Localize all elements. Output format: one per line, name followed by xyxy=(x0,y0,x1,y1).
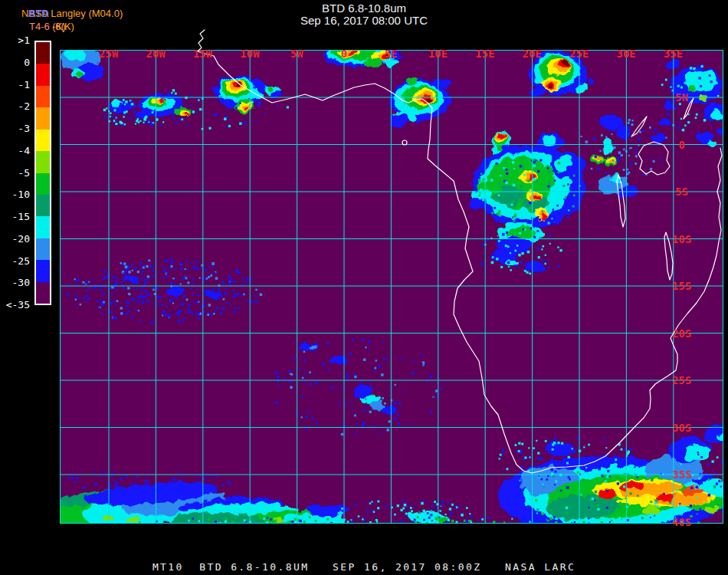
cloud-speckle xyxy=(566,202,569,205)
cloud-blob xyxy=(562,61,568,65)
cloud-speckle xyxy=(316,382,318,384)
cloud-speckle xyxy=(461,514,464,517)
cloud-speckle xyxy=(213,313,215,315)
cloud-speckle xyxy=(164,269,166,271)
cloud-speckle xyxy=(116,300,119,302)
cloud-speckle xyxy=(146,122,148,124)
cloud-speckle xyxy=(599,150,601,152)
cloud-speckle xyxy=(527,179,530,182)
cloud-speckle xyxy=(188,308,190,310)
cloud-speckle xyxy=(188,520,190,522)
cloud-speckle xyxy=(542,166,543,168)
cloud-speckle xyxy=(120,312,123,314)
cloud-speckle xyxy=(555,521,557,524)
cloud-speckle xyxy=(533,236,536,238)
cloud-speckle xyxy=(494,252,495,254)
cloud-speckle xyxy=(634,466,635,468)
cloud-speckle xyxy=(297,413,299,415)
cloud-speckle xyxy=(124,123,126,125)
cloud-speckle xyxy=(601,134,603,136)
cloud-speckle xyxy=(216,475,218,478)
cloud-speckle xyxy=(498,210,500,212)
cloud-speckle xyxy=(175,268,176,270)
cloud-speckle xyxy=(703,81,705,84)
cloud-speckle xyxy=(541,512,543,514)
cloud-speckle xyxy=(303,381,305,383)
cloud-speckle xyxy=(566,216,569,219)
colorbar-segment xyxy=(36,282,50,304)
colorbar-segment xyxy=(36,173,50,195)
cloud-speckle xyxy=(605,136,607,138)
cloud-speckle xyxy=(195,261,198,263)
cloud-speckle xyxy=(703,482,705,485)
cloud-speckle xyxy=(369,411,372,413)
cloud-speckle xyxy=(432,396,434,398)
cloud-blob xyxy=(364,58,384,67)
cloud-speckle xyxy=(630,448,632,450)
cloud-speckle xyxy=(149,469,150,471)
cloud-speckle xyxy=(290,386,292,389)
cloud-blob xyxy=(125,276,140,284)
cloud-speckle xyxy=(597,508,599,511)
cloud-speckle xyxy=(137,271,139,273)
colorbar-units-overlay: -6(K) xyxy=(52,21,74,32)
cloud-speckle xyxy=(515,444,517,446)
cloud-speckle xyxy=(130,482,131,484)
cloud-speckle xyxy=(609,475,611,477)
cloud-speckle xyxy=(192,282,193,284)
cloud-speckle xyxy=(175,491,178,493)
cloud-speckle xyxy=(120,121,123,124)
cloud-speckle xyxy=(609,521,611,523)
cloud-speckle xyxy=(527,169,529,171)
cloud-speckle xyxy=(539,201,541,203)
cloud-speckle xyxy=(490,179,494,182)
cloud-speckle xyxy=(525,264,527,266)
cloud-speckle xyxy=(228,280,230,281)
cloud-speckle xyxy=(133,288,135,290)
cloud-speckle xyxy=(306,428,308,430)
cloud-speckle xyxy=(139,262,142,264)
cloud-speckle xyxy=(87,295,88,297)
cloud-speckle xyxy=(636,466,639,469)
cloud-speckle xyxy=(697,111,698,113)
cloud-speckle xyxy=(623,485,625,488)
cloud-speckle xyxy=(688,113,690,115)
cloud-speckle xyxy=(566,458,568,460)
cloud-speckle xyxy=(529,456,530,458)
cloud-speckle xyxy=(653,136,654,137)
cloud-speckle xyxy=(650,517,651,518)
cloud-speckle xyxy=(180,303,182,305)
cloud-speckle xyxy=(304,373,306,374)
footer-caption: MT10 BTD 6.8-10.8UM SEP 16, 2017 08:00Z … xyxy=(0,561,728,573)
cloud-speckle xyxy=(406,507,408,509)
cloud-speckle xyxy=(525,225,527,227)
cloud-speckle xyxy=(704,491,706,492)
cloud-speckle xyxy=(139,485,141,488)
cloud-speckle xyxy=(92,279,93,281)
cloud-speckle xyxy=(97,300,98,301)
cloud-speckle xyxy=(154,110,156,111)
cloud-speckle xyxy=(300,520,302,522)
cloud-speckle xyxy=(700,456,703,458)
cloud-speckle xyxy=(634,520,636,522)
cloud-speckle xyxy=(617,506,619,508)
cloud-speckle xyxy=(139,120,141,122)
cloud-speckle xyxy=(627,169,629,171)
cloud-speckle xyxy=(375,519,378,521)
cloud-speckle xyxy=(71,476,74,478)
cloud-speckle xyxy=(539,219,541,221)
cloud-speckle xyxy=(622,518,625,520)
cloud-speckle xyxy=(535,499,537,501)
cloud-speckle xyxy=(190,104,192,107)
cloud-speckle xyxy=(94,483,97,486)
cloud-speckle xyxy=(181,485,183,487)
cloud-speckle xyxy=(338,403,339,405)
cloud-speckle xyxy=(521,443,523,445)
cloud-speckle xyxy=(394,514,396,516)
cloud-speckle xyxy=(212,266,214,268)
cloud-speckle xyxy=(720,509,723,511)
cloud-speckle xyxy=(121,124,123,127)
cloud-speckle xyxy=(100,289,101,291)
cloud-speckle xyxy=(140,268,142,269)
cloud-speckle xyxy=(677,127,680,129)
